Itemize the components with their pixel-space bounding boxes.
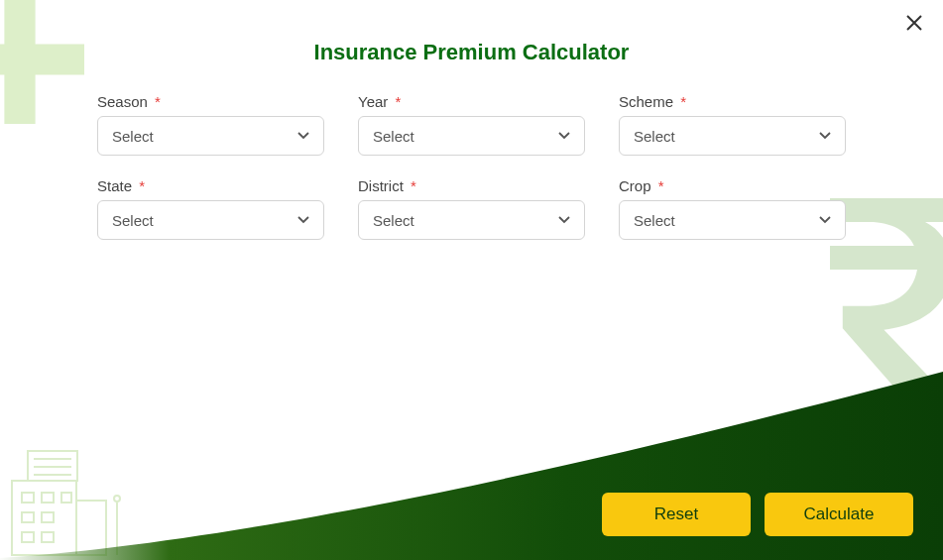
field-district: District * Select [358,177,585,240]
select-scheme[interactable]: Select [619,116,846,156]
page-title: Insurance Premium Calculator [0,0,943,93]
required-mark: * [139,177,145,194]
select-state-value: Select [112,212,154,229]
chevron-down-icon [819,214,831,226]
chevron-down-icon [558,130,570,142]
field-scheme: Scheme * Select [619,93,846,156]
label-crop: Crop * [619,177,846,194]
label-scheme: Scheme * [619,93,846,110]
select-crop-value: Select [634,212,675,229]
action-bar: Reset Calculate [602,493,913,536]
select-scheme-value: Select [634,128,675,145]
required-mark: * [680,93,686,110]
select-year-value: Select [373,128,414,145]
select-state[interactable]: Select [97,200,324,240]
field-state: State * Select [97,177,324,240]
label-season: Season * [97,93,324,110]
required-mark: * [658,177,664,194]
select-district-value: Select [373,212,414,229]
close-button[interactable] [905,14,923,36]
field-season: Season * Select [97,93,324,156]
calculate-button[interactable]: Calculate [765,493,913,536]
field-year: Year * Select [358,93,585,156]
field-crop: Crop * Select [619,177,846,240]
chevron-down-icon [297,130,309,142]
label-year: Year * [358,93,585,110]
chevron-down-icon [297,214,309,226]
label-district: District * [358,177,585,194]
select-season[interactable]: Select [97,116,324,156]
reset-button[interactable]: Reset [602,493,751,536]
select-season-value: Select [112,128,154,145]
required-mark: * [395,93,401,110]
required-mark: * [411,177,416,194]
required-mark: * [155,93,161,110]
select-year[interactable]: Select [358,116,585,156]
calculator-form: Season * Select Year * Select Scheme * S… [0,93,943,240]
select-district[interactable]: Select [358,200,585,240]
chevron-down-icon [558,214,570,226]
close-icon [905,12,923,37]
chevron-down-icon [819,130,831,142]
label-state: State * [97,177,324,194]
select-crop[interactable]: Select [619,200,846,240]
